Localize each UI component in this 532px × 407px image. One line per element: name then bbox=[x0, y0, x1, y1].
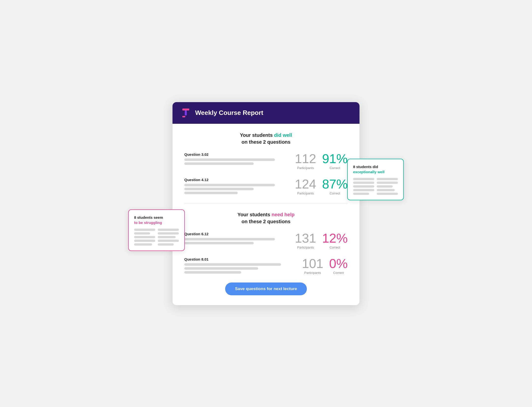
need-help-prefix: Your students bbox=[237, 212, 272, 217]
stat-number-participants: 124 bbox=[295, 178, 316, 190]
callout-struggling-highlight: to be struggling bbox=[134, 220, 162, 225]
callout-exceptional-highlight: exceptionally well bbox=[353, 170, 385, 174]
question-info-412: Question 4.12 bbox=[184, 178, 291, 196]
placeholder-line bbox=[184, 271, 241, 274]
question-info-801: Question 8.01 bbox=[184, 257, 298, 275]
callout-struggling-lines bbox=[134, 229, 179, 246]
question-label-612: Question 6.12 bbox=[184, 232, 291, 236]
question-label-412: Question 4.12 bbox=[184, 178, 291, 182]
stat-label-participants: Participants bbox=[295, 191, 316, 195]
callout-line bbox=[158, 232, 179, 235]
stat-number-participants: 112 bbox=[295, 152, 316, 165]
svg-rect-2 bbox=[182, 116, 185, 117]
stat-correct-612: 12% Correct bbox=[322, 232, 348, 249]
stat-label-participants: Participants bbox=[295, 166, 316, 170]
callout-line bbox=[353, 182, 374, 184]
question-label-302: Question 3.02 bbox=[184, 152, 291, 157]
callout-exceptional: 8 students did exceptionally well bbox=[347, 159, 404, 200]
question-info-612: Question 6.12 bbox=[184, 232, 291, 246]
stat-participants-412: 124 Participants bbox=[295, 178, 316, 195]
did-well-prefix: Your students bbox=[240, 132, 274, 138]
app-logo bbox=[180, 108, 191, 118]
callout-struggling-title: 8 students seem to be struggling bbox=[134, 215, 179, 225]
callout-line bbox=[134, 236, 155, 238]
report-title: Weekly Course Report bbox=[195, 109, 263, 117]
stat-label-correct: Correct bbox=[329, 271, 348, 275]
stat-label-correct: Correct bbox=[322, 166, 348, 170]
question-stats-412: 124 Participants 87% Correct bbox=[295, 178, 348, 196]
did-well-highlight: did well bbox=[274, 132, 292, 138]
stat-number-participants: 131 bbox=[295, 232, 316, 245]
save-button[interactable]: Save questions for next lecture bbox=[225, 282, 307, 295]
callout-exceptional-title: 8 students did exceptionally well bbox=[353, 164, 398, 174]
callout-line bbox=[134, 232, 150, 235]
question-row-801: Question 8.01 101 Participants 0% Correc… bbox=[184, 257, 348, 276]
callout-line bbox=[158, 236, 176, 238]
placeholder-line bbox=[184, 188, 254, 190]
callout-line bbox=[134, 229, 155, 231]
callout-line bbox=[353, 178, 374, 180]
callout-line bbox=[377, 185, 393, 188]
question-row-612: Question 6.12 131 Participants 12% Corre… bbox=[184, 232, 348, 250]
placeholder-line bbox=[184, 263, 281, 266]
svg-rect-1 bbox=[185, 110, 187, 115]
stat-participants-612: 131 Participants bbox=[295, 232, 316, 249]
callout-line bbox=[377, 193, 398, 195]
stat-number-correct: 12% bbox=[322, 232, 348, 245]
stat-correct-412: 87% Correct bbox=[322, 178, 348, 195]
stat-label-correct: Correct bbox=[322, 246, 348, 249]
section-divider bbox=[184, 203, 348, 203]
placeholder-line bbox=[184, 184, 275, 186]
stat-correct-801: 0% Correct bbox=[329, 257, 348, 275]
callout-line bbox=[158, 243, 174, 246]
stat-label-correct: Correct bbox=[322, 191, 348, 195]
callout-struggling-middle: seem bbox=[154, 215, 163, 219]
callout-struggling-prefix: 8 students bbox=[134, 215, 154, 219]
question-row-302: Question 3.02 112 Participants 91% Corre… bbox=[184, 152, 348, 171]
stat-label-participants: Participants bbox=[295, 246, 316, 249]
stat-number-correct: 87% bbox=[322, 178, 348, 190]
callout-struggling: 8 students seem to be struggling bbox=[128, 209, 185, 251]
did-well-heading: Your students did well on these 2 questi… bbox=[184, 132, 348, 145]
stat-correct-302: 91% Correct bbox=[322, 152, 348, 170]
stat-participants-801: 101 Participants bbox=[302, 257, 323, 275]
stat-number-participants: 101 bbox=[302, 257, 323, 270]
callout-exceptional-lines bbox=[353, 178, 398, 195]
placeholder-line bbox=[184, 158, 275, 161]
callout-exceptional-prefix: 8 students did bbox=[353, 165, 378, 169]
question-row-412: Question 4.12 124 Participants 87% Corre… bbox=[184, 178, 348, 196]
callout-line bbox=[353, 193, 369, 195]
callout-line bbox=[158, 229, 179, 231]
question-stats-801: 101 Participants 0% Correct bbox=[302, 257, 348, 276]
callout-line bbox=[134, 243, 152, 246]
question-label-801: Question 8.01 bbox=[184, 257, 298, 261]
card-header: Weekly Course Report bbox=[172, 102, 360, 124]
callout-line bbox=[158, 240, 179, 242]
svg-rect-0 bbox=[182, 109, 189, 110]
scene: 8 students did exceptionally well 8 stud… bbox=[172, 102, 360, 305]
question-stats-612: 131 Participants 12% Correct bbox=[295, 232, 348, 250]
callout-line bbox=[353, 185, 374, 188]
did-well-suffix: on these 2 questions bbox=[242, 139, 291, 145]
save-button-wrap: Save questions for next lecture bbox=[184, 282, 348, 295]
placeholder-line bbox=[184, 238, 275, 240]
placeholder-line bbox=[184, 162, 254, 165]
callout-line bbox=[377, 189, 395, 191]
question-stats-302: 112 Participants 91% Correct bbox=[295, 152, 348, 171]
need-help-suffix: on these 2 questions bbox=[242, 219, 291, 224]
need-help-heading: Your students need help on these 2 quest… bbox=[184, 211, 348, 225]
stat-number-correct: 0% bbox=[329, 257, 348, 270]
callout-line bbox=[377, 178, 398, 180]
main-card: Weekly Course Report Your students did w… bbox=[172, 102, 360, 305]
placeholder-line bbox=[184, 242, 254, 244]
question-info-302: Question 3.02 bbox=[184, 152, 291, 166]
stat-number-correct: 91% bbox=[322, 152, 348, 165]
stat-participants-302: 112 Participants bbox=[295, 152, 316, 170]
placeholder-line bbox=[184, 192, 238, 194]
placeholder-line bbox=[184, 267, 258, 270]
callout-line bbox=[377, 182, 398, 184]
callout-line bbox=[353, 189, 374, 191]
callout-line bbox=[134, 240, 155, 242]
stat-label-participants: Participants bbox=[302, 271, 323, 275]
need-help-highlight: need help bbox=[272, 212, 295, 217]
